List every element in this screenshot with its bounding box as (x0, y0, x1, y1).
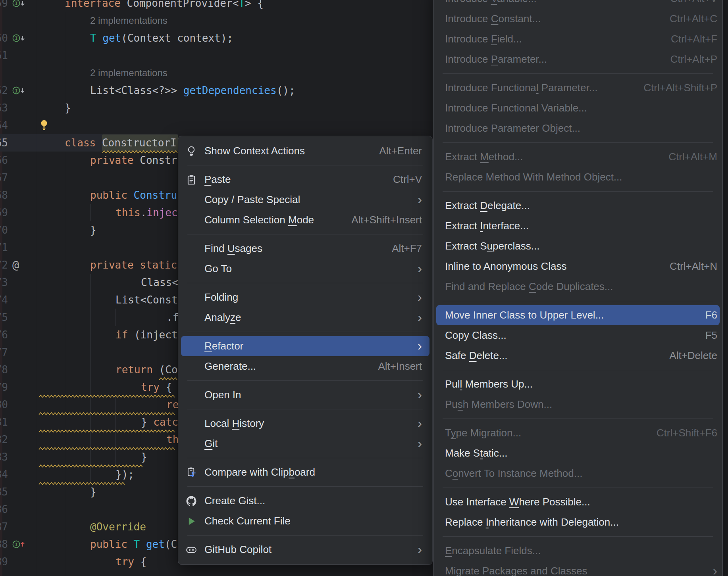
code-line[interactable]: } (90, 221, 96, 239)
line-number[interactable]: 85 (0, 483, 8, 501)
menu-item-introduce-parameter-object[interactable]: Introduce Parameter Object... (436, 118, 720, 138)
line-number[interactable]: 71 (0, 239, 8, 256)
line-number[interactable]: 84 (0, 466, 8, 483)
line-number[interactable]: 86 (0, 501, 8, 518)
menu-item-local-history[interactable]: Local History› (181, 413, 429, 434)
annotation-at-icon[interactable]: @ (12, 256, 30, 274)
code-line[interactable]: private Constr (90, 152, 177, 169)
line-number[interactable]: 61 (0, 47, 8, 64)
line-number[interactable]: 89 (0, 553, 8, 570)
line-number[interactable]: 69 (0, 204, 8, 221)
code-line[interactable]: List<Const (116, 291, 178, 309)
code-line[interactable]: public Constru (90, 186, 177, 204)
menu-item-refactor[interactable]: Refactor› (181, 336, 429, 356)
menu-item-inline-to-anonymous-class[interactable]: Inline to Anonymous ClassCtrl+Alt+N (436, 256, 720, 276)
menu-item-move-inner-class-to-upper-level[interactable]: Move Inner Class to Upper Level...F6 (436, 305, 720, 325)
menu-item-paste[interactable]: PasteCtrl+V (181, 169, 429, 190)
code-line[interactable]: Class< (141, 274, 178, 291)
menu-item-find-and-replace-code-duplicates[interactable]: Find and Replace Code Duplicates... (436, 276, 720, 297)
line-number[interactable]: 78 (0, 361, 8, 378)
code-line[interactable]: T get(Context context); (90, 29, 233, 47)
line-number[interactable]: 60 (0, 29, 8, 47)
line-number[interactable]: 65 (0, 134, 8, 152)
menu-item-introduce-variable[interactable]: Introduce Variable...Ctrl+Alt+V (436, 0, 720, 9)
menu-item-check-current-file[interactable]: Check Current File (181, 511, 429, 531)
line-number[interactable]: 83 (0, 448, 8, 466)
menu-item-extract-superclass[interactable]: Extract Superclass... (436, 236, 720, 256)
code-line[interactable]: .f (166, 309, 179, 326)
menu-item-introduce-field[interactable]: Introduce Field...Ctrl+Alt+F (436, 29, 720, 49)
code-line[interactable]: List<Class<?>> getDependencies(); (90, 82, 295, 99)
menu-item-copy-paste-special[interactable]: Copy / Paste Special› (181, 190, 429, 210)
lightbulb-icon (185, 144, 198, 158)
line-number[interactable]: 68 (0, 186, 8, 204)
menu-item-find-usages[interactable]: Find UsagesAlt+F7 (181, 238, 429, 259)
menu-item-migrate-packages-and-classes[interactable]: Migrate Packages and Classes› (436, 561, 720, 576)
line-number[interactable]: 66 (0, 152, 8, 169)
code-line[interactable]: private static (90, 256, 177, 274)
menu-item-make-static[interactable]: Make Static... (436, 443, 720, 463)
menu-item-github-copilot[interactable]: GitHub Copilot› (181, 540, 429, 560)
intention-bulb-icon[interactable] (38, 117, 52, 134)
line-number[interactable]: 64 (0, 117, 8, 134)
code-line[interactable]: this.injec (116, 204, 178, 221)
menu-item-extract-interface[interactable]: Extract Interface... (436, 216, 720, 236)
menu-item-introduce-constant[interactable]: Introduce Constant...Ctrl+Alt+C (436, 9, 720, 29)
menu-item-analyze[interactable]: Analyze› (181, 307, 429, 328)
menu-item-replace-method-with-method-object[interactable]: Replace Method With Method Object... (436, 167, 720, 187)
inlay-hint-implementations[interactable]: 2 implementations (90, 64, 168, 82)
menu-item-open-in[interactable]: Open In› (181, 385, 429, 405)
interface-impl-icon[interactable]: I (12, 29, 30, 47)
implements-up-icon[interactable]: I (12, 536, 30, 553)
menu-item-introduce-parameter[interactable]: Introduce Parameter...Ctrl+Alt+P (436, 49, 720, 69)
code-line[interactable]: interface ComponentProvider<T> { (65, 0, 264, 12)
menu-item-column-selection-mode[interactable]: Column Selection ModeAlt+Shift+Insert (181, 210, 429, 230)
inlay-hint-implementations[interactable]: 2 implementations (90, 12, 168, 29)
line-number[interactable]: 73 (0, 274, 8, 291)
menu-item-extract-delegate[interactable]: Extract Delegate... (436, 196, 720, 216)
menu-item-extract-method[interactable]: Extract Method...Ctrl+Alt+M (436, 147, 720, 167)
menu-item-git[interactable]: Git› (181, 434, 429, 454)
menu-item-introduce-functional-parameter[interactable]: Introduce Functional Parameter...Ctrl+Al… (436, 78, 720, 98)
line-number[interactable]: 74 (0, 291, 8, 309)
menu-item-push-members-down[interactable]: Push Members Down... (436, 394, 720, 415)
code-line[interactable]: public T get(C (90, 536, 177, 553)
line-number[interactable]: 62 (0, 82, 8, 99)
menu-item-show-context-actions[interactable]: Show Context ActionsAlt+Enter (181, 141, 429, 161)
menu-item-use-interface-where-possible[interactable]: Use Interface Where Possible... (436, 492, 720, 512)
interface-impl-icon[interactable]: I (12, 0, 30, 12)
line-number[interactable]: 79 (0, 378, 8, 396)
code-line[interactable]: @Override (90, 518, 146, 536)
line-number[interactable]: 88 (0, 536, 8, 553)
code-line[interactable]: } (90, 483, 96, 501)
line-number[interactable]: 70 (0, 221, 8, 239)
menu-item-generate[interactable]: Generate...Alt+Insert (181, 356, 429, 376)
menu-item-introduce-functional-variable[interactable]: Introduce Functional Variable... (436, 98, 720, 118)
code-line[interactable]: if (inject (116, 326, 178, 344)
line-number[interactable]: 82 (0, 431, 8, 448)
menu-item-convert-to-instance-method[interactable]: Convert To Instance Method... (436, 463, 720, 484)
line-number[interactable]: 76 (0, 326, 8, 344)
menu-item-compare-with-clipboard[interactable]: Compare with Clipboard (181, 462, 429, 482)
menu-item-copy-class[interactable]: Copy Class...F5 (436, 325, 720, 346)
code-line[interactable]: try { (116, 553, 146, 570)
line-number[interactable]: 72 (0, 256, 8, 274)
line-number[interactable]: 81 (0, 413, 8, 431)
menu-item-safe-delete[interactable]: Safe Delete...Alt+Delete (436, 346, 720, 366)
menu-item-folding[interactable]: Folding› (181, 287, 429, 307)
line-number[interactable]: 87 (0, 518, 8, 536)
line-number[interactable]: 67 (0, 169, 8, 186)
line-number[interactable]: 59 (0, 0, 8, 12)
menu-item-encapsulate-fields[interactable]: Encapsulate Fields... (436, 541, 720, 561)
line-number[interactable]: 77 (0, 344, 8, 361)
line-number[interactable]: 75 (0, 309, 8, 326)
menu-item-type-migration[interactable]: Type Migration...Ctrl+Shift+F6 (436, 423, 720, 443)
menu-item-create-gist[interactable]: Create Gist... (181, 491, 429, 511)
interface-impl-icon[interactable]: I (12, 82, 30, 99)
menu-item-replace-inheritance-with-delegation[interactable]: Replace Inheritance with Delegation... (436, 512, 720, 532)
menu-item-pull-members-up[interactable]: Pull Members Up... (436, 374, 720, 394)
menu-item-go-to[interactable]: Go To› (181, 259, 429, 279)
line-number[interactable]: 80 (0, 396, 8, 413)
line-number[interactable]: 63 (0, 99, 8, 117)
code-line[interactable]: } (65, 99, 71, 117)
